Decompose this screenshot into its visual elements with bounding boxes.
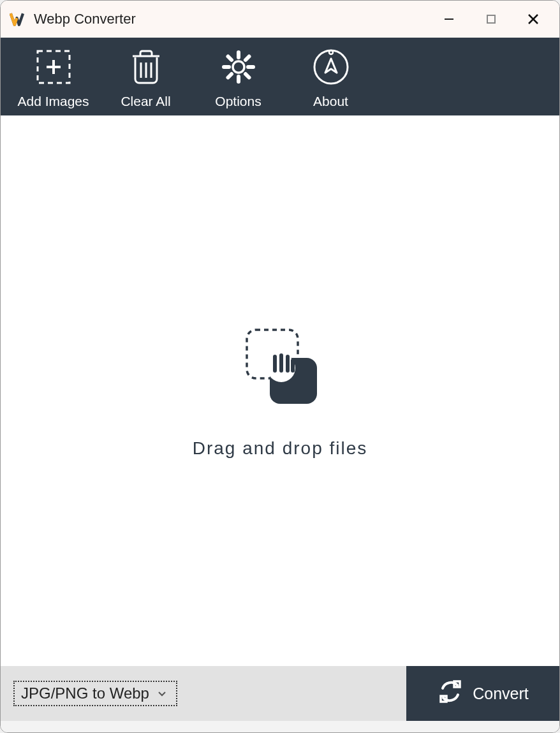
drop-zone-text: Drag and drop files [193, 438, 368, 459]
window-title: Webp Converter [34, 11, 136, 27]
options-button[interactable]: Options [192, 47, 284, 109]
toolbar: Add Images Clear All [1, 38, 559, 115]
trash-icon [126, 47, 166, 87]
close-button[interactable] [512, 1, 554, 38]
about-button[interactable]: About [284, 47, 377, 109]
format-select[interactable]: JPG/PNG to Webp [13, 681, 177, 706]
convert-icon [437, 678, 464, 709]
footer: JPG/PNG to Webp Convert [1, 666, 559, 721]
svg-rect-1 [487, 15, 495, 23]
chevron-down-icon [158, 688, 166, 699]
svg-point-12 [329, 50, 333, 54]
convert-button[interactable]: Convert [406, 666, 559, 721]
add-images-icon [33, 47, 74, 87]
status-strip [1, 721, 559, 732]
about-label: About [313, 94, 348, 109]
drag-drop-icon [235, 323, 325, 413]
format-selected-value: JPG/PNG to Webp [21, 685, 149, 702]
compass-icon [311, 47, 351, 87]
app-window: Webp Converter Add Images [0, 0, 560, 733]
clear-all-button[interactable]: Clear All [99, 47, 192, 109]
gear-icon [218, 47, 259, 87]
options-label: Options [215, 94, 261, 109]
drop-zone[interactable]: Drag and drop files [1, 115, 559, 666]
add-images-button[interactable]: Add Images [7, 47, 99, 109]
svg-point-10 [233, 61, 244, 73]
titlebar: Webp Converter [1, 1, 559, 38]
footer-left: JPG/PNG to Webp [1, 666, 406, 721]
convert-label: Convert [473, 685, 529, 703]
minimize-button[interactable] [428, 1, 470, 38]
maximize-button[interactable] [470, 1, 512, 38]
clear-all-label: Clear All [121, 94, 170, 109]
add-images-label: Add Images [17, 94, 89, 109]
app-logo-icon [10, 10, 27, 28]
svg-point-11 [314, 50, 348, 84]
